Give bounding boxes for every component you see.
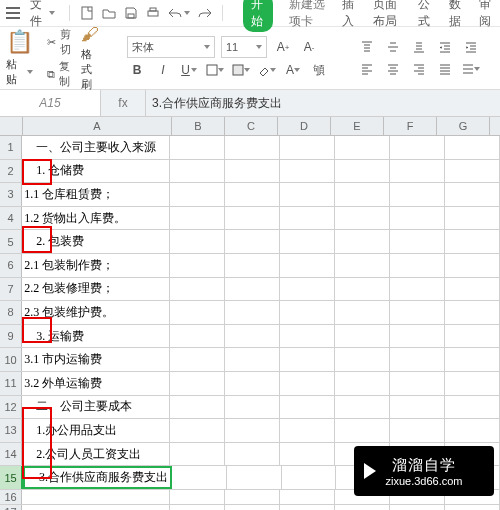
tab-insert[interactable]: 插入 <box>342 0 357 30</box>
tab-review[interactable]: 审阅 <box>479 0 494 30</box>
cell-A8[interactable]: 2.3 包装维护费。 <box>22 301 169 324</box>
cell-A16[interactable] <box>22 490 169 504</box>
redo-icon[interactable] <box>198 6 212 20</box>
cell[interactable] <box>170 207 225 230</box>
cell[interactable] <box>225 325 280 348</box>
tab-layout[interactable]: 页面布局 <box>373 0 402 30</box>
cell[interactable] <box>170 160 225 183</box>
cell[interactable] <box>225 348 280 371</box>
align-right-button[interactable] <box>409 59 429 79</box>
underline-button[interactable]: U <box>179 60 199 80</box>
align-center-button[interactable] <box>383 59 403 79</box>
align-left-button[interactable] <box>357 59 377 79</box>
italic-button[interactable]: I <box>153 60 173 80</box>
cell-A7[interactable]: 2.2 包装修理费； <box>22 278 169 301</box>
phonetic-button[interactable]: 䪷 <box>309 60 329 80</box>
cell-A1[interactable]: 一、公司主要收入来源 <box>22 136 169 159</box>
select-all-corner[interactable] <box>0 117 23 135</box>
cell[interactable] <box>445 325 500 348</box>
fill-color-button[interactable] <box>257 60 277 80</box>
row-header[interactable]: 15 <box>0 466 23 489</box>
cell[interactable] <box>335 372 390 395</box>
cell[interactable] <box>170 396 225 419</box>
name-box[interactable]: A15 <box>0 90 101 116</box>
cell[interactable] <box>390 325 445 348</box>
cell[interactable] <box>445 136 500 159</box>
cell[interactable] <box>280 278 335 301</box>
cell[interactable] <box>445 419 500 442</box>
cell[interactable] <box>390 372 445 395</box>
row-header[interactable]: 7 <box>0 278 22 301</box>
cell[interactable] <box>225 207 280 230</box>
cell[interactable] <box>335 325 390 348</box>
col-header-E[interactable]: E <box>331 117 384 135</box>
fx-icon[interactable]: fx <box>101 90 146 116</box>
cell[interactable] <box>335 278 390 301</box>
cell[interactable] <box>225 230 280 253</box>
cell[interactable] <box>225 160 280 183</box>
cell[interactable] <box>390 505 445 510</box>
cell[interactable] <box>170 183 225 206</box>
cell[interactable] <box>280 160 335 183</box>
cell[interactable] <box>170 505 225 510</box>
hamburger-icon[interactable] <box>6 7 20 19</box>
print-icon[interactable] <box>146 6 160 20</box>
cell[interactable] <box>335 207 390 230</box>
row-header[interactable]: 1 <box>0 136 22 159</box>
cell[interactable] <box>282 466 337 489</box>
tab-newtab[interactable]: 新建选项卡 <box>289 0 326 30</box>
cell[interactable] <box>280 207 335 230</box>
cell[interactable] <box>280 419 335 442</box>
cell[interactable] <box>227 466 282 489</box>
cell[interactable] <box>172 466 227 489</box>
col-header-A[interactable]: A <box>23 117 172 135</box>
cell[interactable] <box>390 207 445 230</box>
cell[interactable] <box>280 301 335 324</box>
cell-A13[interactable]: 1.办公用品支出 <box>22 419 169 442</box>
cell[interactable] <box>390 348 445 371</box>
cell[interactable] <box>170 136 225 159</box>
cell[interactable] <box>170 325 225 348</box>
cell[interactable] <box>170 348 225 371</box>
cell[interactable] <box>225 419 280 442</box>
row-header[interactable]: 11 <box>0 372 22 395</box>
increase-font-button[interactable]: A+ <box>273 37 293 57</box>
cell-A17[interactable] <box>22 505 169 510</box>
open-icon[interactable] <box>102 6 116 20</box>
row-header[interactable]: 3 <box>0 183 22 206</box>
cell[interactable] <box>225 372 280 395</box>
cell-A14[interactable]: 2.公司人员工资支出 <box>22 443 169 466</box>
cell[interactable] <box>335 183 390 206</box>
cell[interactable] <box>445 278 500 301</box>
undo-icon[interactable] <box>168 6 182 20</box>
new-icon[interactable] <box>80 6 94 20</box>
cell[interactable] <box>335 301 390 324</box>
cut-button[interactable]: ✂剪切 <box>47 27 71 57</box>
cell[interactable] <box>280 372 335 395</box>
col-header-G[interactable]: G <box>437 117 490 135</box>
cell[interactable] <box>335 254 390 277</box>
cell[interactable] <box>170 372 225 395</box>
cell[interactable] <box>390 254 445 277</box>
row-header[interactable]: 17 <box>0 505 22 510</box>
cell[interactable] <box>225 183 280 206</box>
cell-A5[interactable]: 2. 包装费 <box>22 230 169 253</box>
row-header[interactable]: 6 <box>0 254 22 277</box>
col-header-F[interactable]: F <box>384 117 437 135</box>
cell-A9[interactable]: 3. 运输费 <box>22 325 169 348</box>
cell[interactable] <box>280 136 335 159</box>
cell[interactable] <box>445 207 500 230</box>
cell[interactable] <box>335 160 390 183</box>
cell[interactable] <box>280 348 335 371</box>
tab-data[interactable]: 数据 <box>449 0 464 30</box>
cell[interactable] <box>390 278 445 301</box>
cell[interactable] <box>170 490 225 504</box>
tab-start[interactable]: 开始 <box>243 0 274 32</box>
cell[interactable] <box>335 348 390 371</box>
file-menu[interactable]: 文件 <box>26 0 59 30</box>
font-color-button[interactable]: A <box>283 60 303 80</box>
bold-button[interactable]: B <box>127 60 147 80</box>
cell[interactable] <box>280 254 335 277</box>
cell[interactable] <box>335 396 390 419</box>
formula-input[interactable]: 3.合作供应商服务费支出 <box>146 95 500 112</box>
